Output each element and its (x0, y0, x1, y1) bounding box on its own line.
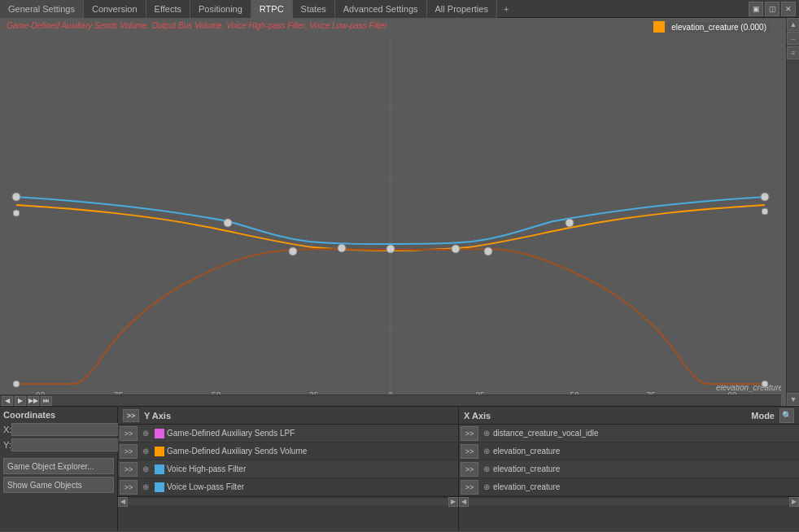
y-scroll-left[interactable]: ◀ (118, 497, 128, 507)
tab-all-properties[interactable]: All Properties (427, 0, 497, 18)
svg-point-30 (761, 193, 769, 201)
x-row-3-pin: ⊕ (480, 481, 493, 494)
tabs-bar: General Settings Conversion Effects Posi… (0, 0, 799, 18)
svg-point-24 (13, 210, 20, 216)
bottom-panel: Coordinates X: >> Y: >> Game Object Expl… (0, 406, 799, 531)
vertical-scrollbar: ▲ – ≡ ▼ (786, 18, 799, 406)
svg-point-34 (13, 381, 20, 387)
x-row-0-arrow[interactable]: >> (461, 426, 478, 441)
chart-header-text: Game-Defined Auxiliary Sends Volume, Out… (7, 21, 387, 30)
x-scroll-track[interactable] (469, 499, 789, 505)
x-row-1-arrow[interactable]: >> (461, 444, 478, 459)
y-axis-row-1: >> ⊕ Game-Defined Auxiliary Sends Volume (118, 443, 458, 460)
svg-point-28 (452, 245, 460, 253)
svg-point-31 (762, 208, 768, 215)
mode-label: Mode (751, 411, 775, 421)
window-close-icon[interactable]: ✕ (781, 2, 796, 16)
y-row-2-arrow[interactable]: >> (120, 462, 138, 477)
y-axis-row-0: >> ⊕ Game-Defined Auxiliary Sends LPF (118, 425, 458, 443)
y-row-2-label: Voice High-pass Filter (167, 464, 456, 473)
x-row-1-pin: ⊕ (480, 445, 493, 458)
y-row-3-arrow[interactable]: >> (120, 480, 138, 495)
y-row-1-color (155, 447, 164, 456)
tab-icons: ▣ ◫ ✕ (749, 2, 799, 16)
y-scroll-track[interactable] (128, 499, 448, 505)
tab-conversion[interactable]: Conversion (84, 0, 146, 18)
svg-point-29 (565, 219, 574, 227)
y-row-1-pin: ⊕ (139, 445, 152, 458)
coord-buttons: Game Object Explorer... Show Game Object… (3, 458, 114, 495)
y-row-0-pin: ⊕ (139, 427, 152, 440)
x-axis-row-0: >> ⊕ distance_creature_vocal_idle (459, 425, 799, 443)
window-icon-1[interactable]: ▣ (749, 2, 763, 16)
x-scroll-right[interactable]: ▶ (789, 497, 799, 507)
x-axis-scrollbar: ◀ ▶ (459, 496, 799, 506)
coord-panel: Coordinates X: >> Y: >> Game Object Expl… (0, 407, 118, 531)
coord-y-input[interactable] (11, 438, 120, 451)
y-axis-panel: >> Y Axis >> ⊕ Game-Defined Auxiliary Se… (118, 407, 459, 531)
y-row-0-label: Game-Defined Auxiliary Sends LPF (167, 429, 456, 438)
chart-svg[interactable]: -90 -75 -50 -25 0 25 50 75 90 elevation_… (0, 34, 781, 400)
svg-point-35 (762, 381, 768, 387)
scroll-down-button[interactable]: ▼ (787, 393, 799, 406)
window-icon-2[interactable]: ◫ (765, 2, 779, 16)
chart-bottom-bar: ◀ ▶ ▶▶ ⏭ (0, 395, 781, 406)
chart-legend: elevation_creature (0.000) (653, 21, 770, 33)
coord-x-row: X: >> (3, 423, 114, 436)
y-row-3-color (155, 482, 164, 492)
x-scroll-left[interactable]: ◀ (459, 497, 469, 507)
tab-effects[interactable]: Effects (146, 0, 190, 18)
coord-y-row: Y: >> (3, 438, 114, 451)
coordinates-title: Coordinates (3, 410, 114, 420)
x-row-1-label: elevation_creature (493, 447, 797, 456)
svg-point-26 (338, 244, 346, 252)
chart-btn-prev[interactable]: ◀ (2, 396, 13, 406)
svg-point-23 (12, 193, 20, 201)
chart-main: Game-Defined Auxiliary Sends Volume, Out… (0, 18, 786, 406)
y-row-0-color (155, 429, 164, 438)
scroll-track[interactable] (787, 60, 799, 393)
tab-add-button[interactable]: + (497, 0, 515, 18)
y-row-0-arrow[interactable]: >> (120, 426, 138, 441)
y-axis-row-3: >> ⊕ Voice Low-pass Filter (118, 478, 458, 496)
legend-color-box (653, 21, 665, 33)
game-object-explorer-button[interactable]: Game Object Explorer... (3, 458, 114, 474)
y-axis-title: Y Axis (144, 411, 171, 421)
search-button[interactable]: 🔍 (779, 408, 794, 423)
scroll-mid-button-1[interactable]: – (787, 32, 799, 45)
chart-btn-play[interactable]: ▶ (15, 396, 26, 406)
x-row-3-label: elevation_creature (493, 482, 797, 491)
y-axis-scrollbar: ◀ ▶ (118, 496, 458, 506)
chart-btn-skip[interactable]: ⏭ (41, 396, 52, 406)
y-scroll-right[interactable]: ▶ (448, 497, 458, 507)
legend-label: elevation_creature (0.000) (668, 22, 770, 33)
svg-point-32 (289, 247, 297, 255)
x-row-3-arrow[interactable]: >> (461, 480, 478, 495)
y-row-2-pin: ⊕ (139, 463, 152, 476)
tab-rtpc[interactable]: RTPC (251, 0, 293, 18)
svg-point-25 (224, 219, 232, 227)
x-axis-panel: X Axis Mode 🔍 >> ⊕ distance_creature_voc… (459, 407, 799, 531)
svg-point-27 (386, 245, 395, 253)
scroll-up-button[interactable]: ▲ (787, 18, 799, 31)
show-game-objects-button[interactable]: Show Game Objects (3, 477, 114, 493)
x-row-2-pin: ⊕ (480, 463, 493, 476)
tab-positioning[interactable]: Positioning (190, 0, 251, 18)
chart-btn-next[interactable]: ▶▶ (28, 396, 39, 406)
y-row-2-color (155, 464, 164, 474)
y-axis-btn-1[interactable]: >> (123, 409, 139, 422)
x-row-2-label: elevation_creature (493, 464, 797, 473)
x-row-2-arrow[interactable]: >> (461, 462, 478, 477)
y-row-1-arrow[interactable]: >> (120, 444, 138, 459)
tab-advanced-settings[interactable]: Advanced Settings (335, 0, 427, 18)
tab-states[interactable]: States (293, 0, 335, 18)
y-axis-header-buttons: >> (123, 409, 139, 422)
coord-x-input[interactable] (11, 423, 120, 436)
chart-wrapper: Game-Defined Auxiliary Sends Volume, Out… (0, 18, 799, 406)
svg-point-33 (484, 247, 492, 255)
x-axis-row-1: >> ⊕ elevation_creature (459, 443, 799, 460)
x-axis-header: X Axis Mode 🔍 (459, 407, 799, 425)
scroll-mid-button-2[interactable]: ≡ (787, 46, 799, 59)
tab-general-settings[interactable]: General Settings (0, 0, 84, 18)
x-axis-row-2: >> ⊕ elevation_creature (459, 460, 799, 478)
